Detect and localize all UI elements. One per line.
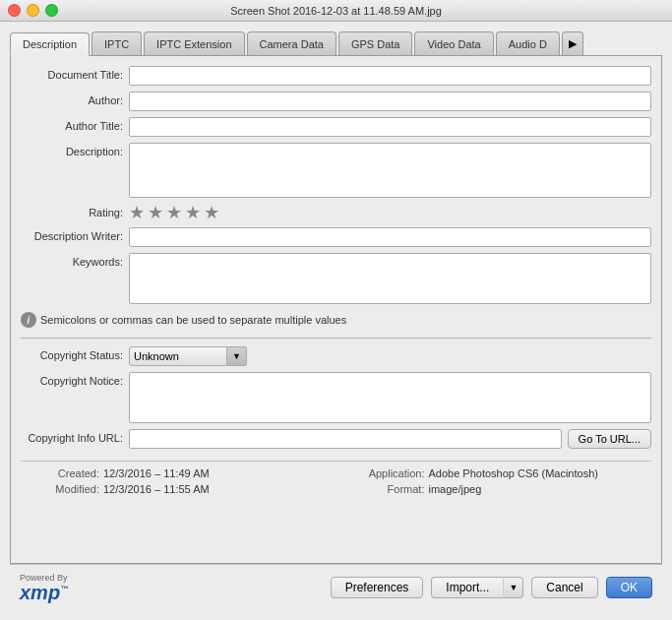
application-row: Application: Adobe Photoshop CS6 (Macint… [346,467,652,479]
metadata-col-left: Created: 12/3/2016 – 11:49 AM Modified: … [21,467,327,499]
created-value: 12/3/2016 – 11:49 AM [103,467,210,479]
author-input[interactable] [129,92,651,111]
star-3[interactable]: ★ [166,204,182,221]
created-label: Created: [21,467,99,479]
description-row: Description: [21,143,651,198]
star-2[interactable]: ★ [148,204,163,221]
go-to-url-button[interactable]: Go To URL... [568,429,651,449]
minimize-button[interactable] [27,4,39,17]
tabs-container: Description IPTC IPTC Extension Camera D… [10,31,662,56]
import-button[interactable]: Import... [431,577,503,598]
author-row: Author: [21,92,651,111]
description-input[interactable] [129,143,651,198]
window-controls [8,4,58,17]
created-row: Created: 12/3/2016 – 11:49 AM [21,467,327,479]
description-label: Description: [21,143,129,157]
bottom-bar: Powered By xmp™ Preferences Import... ▼ … [10,564,662,610]
modified-value: 12/3/2016 – 11:55 AM [103,483,210,495]
copyright-url-row: Copyright Info URL: Go To URL... [21,429,651,449]
format-row: Format: image/jpeg [346,483,652,495]
main-container: Description IPTC IPTC Extension Camera D… [0,22,672,620]
modified-row: Modified: 12/3/2016 – 11:55 AM [21,483,327,495]
copyright-notice-label: Copyright Notice: [21,372,129,387]
keywords-label: Keywords: [21,253,129,268]
application-value: Adobe Photoshop CS6 (Macintosh) [429,467,598,479]
author-title-row: Author Title: [21,117,651,137]
copyright-notice-input[interactable] [129,372,651,423]
star-1[interactable]: ★ [129,204,145,221]
keywords-input[interactable] [129,253,651,304]
select-arrow-icon[interactable]: ▼ [227,346,247,366]
maximize-button[interactable] [45,4,58,17]
keywords-row: Keywords: [21,253,651,304]
metadata-section: Created: 12/3/2016 – 11:49 AM Modified: … [21,461,651,499]
xmp-logo-text: xmp™ [20,583,68,602]
preferences-button[interactable]: Preferences [331,577,424,598]
application-label: Application: [346,467,425,479]
copyright-status-select[interactable]: Unknown Copyrighted Public Domain [129,346,227,366]
rating-row: Rating: ★ ★ ★ ★ ★ [21,204,651,221]
format-label: Format: [346,483,425,495]
tab-video-data[interactable]: Video Data [414,31,493,55]
tab-audio-d[interactable]: Audio D [496,31,560,55]
copyright-status-row: Copyright Status: Unknown Copyrighted Pu… [21,346,651,366]
keywords-hint-text: Semicolons or commas can be used to sepa… [40,314,346,326]
separator [21,338,651,339]
author-title-input[interactable] [129,117,651,137]
copyright-select-container: Unknown Copyrighted Public Domain ▼ [129,346,247,366]
star-5[interactable]: ★ [204,204,219,221]
copyright-notice-row: Copyright Notice: [21,372,651,423]
close-button[interactable] [8,4,21,17]
tab-camera-data[interactable]: Camera Data [247,31,336,55]
document-title-input[interactable] [129,66,651,86]
document-title-label: Document Title: [21,66,129,81]
import-dropdown-arrow[interactable]: ▼ [503,577,523,598]
tab-iptc-extension[interactable]: IPTC Extension [144,31,244,55]
copyright-url-input[interactable] [129,429,562,449]
cancel-button[interactable]: Cancel [531,577,597,598]
description-writer-label: Description Writer: [21,227,129,242]
modified-label: Modified: [21,483,99,495]
star-4[interactable]: ★ [185,204,201,221]
info-icon: i [21,312,36,328]
author-label: Author: [21,92,129,106]
description-writer-input[interactable] [129,227,651,247]
ok-button[interactable]: OK [606,577,652,598]
title-bar: Screen Shot 2016-12-03 at 11.48.59 AM.jp… [0,0,672,22]
keywords-hint-row: i Semicolons or commas can be used to se… [21,312,651,328]
tab-iptc[interactable]: IPTC [92,31,142,55]
tab-gps-data[interactable]: GPS Data [338,31,413,55]
format-value: image/jpeg [429,483,482,495]
copyright-status-label: Copyright Status: [21,346,129,361]
rating-label: Rating: [21,204,129,218]
tabs-more-button[interactable]: ▶ [562,31,583,55]
copyright-url-label: Copyright Info URL: [21,429,129,444]
window-title: Screen Shot 2016-12-03 at 11.48.59 AM.jp… [230,5,442,17]
metadata-col-right: Application: Adobe Photoshop CS6 (Macint… [346,467,652,499]
document-title-row: Document Title: [21,66,651,86]
url-row-content: Go To URL... [129,429,651,449]
description-writer-row: Description Writer: [21,227,651,247]
bottom-buttons: Preferences Import... ▼ Cancel OK [331,577,652,598]
import-btn-group: Import... ▼ [431,577,523,598]
tab-description[interactable]: Description [10,32,90,56]
content-area: Document Title: Author: Author Title: De… [10,56,662,564]
rating-stars[interactable]: ★ ★ ★ ★ ★ [129,204,219,221]
author-title-label: Author Title: [21,117,129,132]
xmp-logo: Powered By xmp™ [20,573,68,602]
